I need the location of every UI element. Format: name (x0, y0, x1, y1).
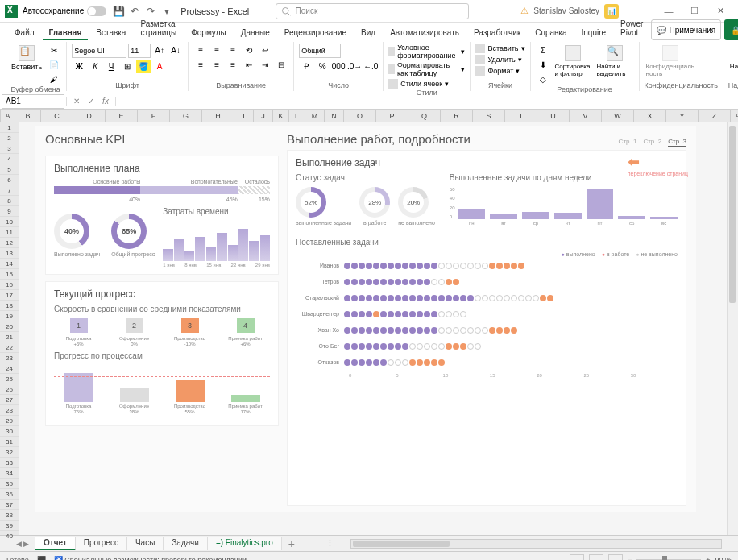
cut-icon[interactable]: ✂ (47, 44, 61, 56)
column-header[interactable]: A (1, 110, 15, 122)
column-header[interactable]: R (441, 110, 473, 122)
row-header[interactable]: 4 (0, 154, 19, 164)
percent-icon[interactable]: % (315, 60, 330, 73)
column-header[interactable]: I (234, 110, 254, 122)
row-header[interactable]: 30 (0, 426, 19, 437)
insert-cells-button[interactable]: Вставить ▾ (475, 44, 524, 53)
sheet-tab[interactable]: Задачи (164, 537, 208, 550)
font-select[interactable] (72, 44, 126, 58)
column-header[interactable]: F (138, 110, 170, 122)
sheet-nav[interactable]: ◀▶ (16, 540, 29, 548)
add-sheet-button[interactable]: + (282, 537, 301, 550)
zoom-in-button[interactable]: + (706, 556, 710, 561)
border-icon[interactable]: ⊞ (120, 60, 135, 73)
row-header[interactable]: 5 (0, 164, 19, 175)
align-top-icon[interactable]: ≡ (193, 44, 208, 56)
indent-right-icon[interactable]: ⇥ (258, 58, 272, 71)
column-header[interactable]: E (106, 110, 138, 122)
autosave-toggle[interactable]: Автосохранение (23, 6, 106, 16)
row-header[interactable]: 23 (0, 353, 19, 363)
indent-left-icon[interactable]: ⇤ (242, 58, 256, 71)
tab-powerpivot[interactable]: Power Pivot (614, 18, 649, 40)
italic-button[interactable]: К (88, 60, 102, 73)
paste-button[interactable]: 📋Вставить (10, 44, 44, 73)
comma-icon[interactable]: 000 (331, 60, 346, 73)
align-bottom-icon[interactable]: ≡ (226, 44, 240, 56)
increase-font-icon[interactable]: A↑ (152, 44, 167, 56)
macro-record-icon[interactable]: ⬛ (37, 556, 46, 561)
row-header[interactable]: 12 (0, 238, 19, 248)
tab-formulas[interactable]: Формулы (184, 27, 233, 40)
share-button[interactable]: 🔒 Общий доступ ▾ (724, 19, 738, 40)
column-header[interactable]: L (289, 110, 305, 122)
row-header[interactable]: 25 (0, 374, 19, 384)
row-header[interactable]: 2 (0, 133, 19, 143)
column-header[interactable]: AA (731, 110, 738, 122)
orientation-icon[interactable]: ⟲ (242, 44, 256, 56)
column-header[interactable]: U (537, 110, 570, 122)
row-header[interactable]: 18 (0, 301, 19, 311)
row-header[interactable]: 11 (0, 227, 19, 238)
row-header[interactable]: 34 (0, 468, 19, 479)
user-name[interactable]: Stanislav Salostey (533, 6, 599, 15)
toggle-icon[interactable] (87, 6, 106, 16)
row-header[interactable]: 20 (0, 321, 19, 332)
underline-button[interactable]: Ч (104, 60, 118, 73)
align-left-icon[interactable]: ≡ (193, 58, 208, 71)
tab-review[interactable]: Рецензирование (278, 27, 353, 40)
currency-icon[interactable]: ₽ (299, 60, 313, 73)
row-header[interactable]: 9 (0, 206, 19, 217)
column-header[interactable]: X (634, 110, 666, 122)
wrap-text-icon[interactable]: ↩ (258, 44, 272, 56)
tab-view[interactable]: Вид (354, 27, 382, 40)
column-header[interactable]: C (41, 110, 73, 122)
row-header[interactable]: 3 (0, 143, 19, 154)
maximize-button[interactable]: ☐ (682, 2, 707, 21)
row-header[interactable]: 39 (0, 521, 19, 531)
row-header[interactable]: 37 (0, 500, 19, 510)
row-header[interactable]: 19 (0, 311, 19, 321)
redo-icon[interactable]: ↷ (145, 6, 156, 17)
row-header[interactable]: 6 (0, 175, 19, 185)
tab-help[interactable]: Справка (529, 27, 573, 40)
tab-data[interactable]: Данные (234, 27, 276, 40)
column-header[interactable]: Q (408, 110, 441, 122)
clear-icon[interactable]: ◇ (536, 73, 550, 85)
column-header[interactable]: G (170, 110, 202, 122)
font-color-icon[interactable]: A (152, 60, 167, 73)
row-header[interactable]: 21 (0, 332, 19, 342)
fill-color-icon[interactable]: 🪣 (136, 60, 151, 73)
row-header[interactable]: 14 (0, 259, 19, 269)
column-header[interactable]: M (305, 110, 325, 122)
column-header[interactable]: Y (666, 110, 699, 122)
addins-button[interactable]: 🧩Надстройки (728, 44, 738, 72)
format-painter-icon[interactable]: 🖌 (47, 73, 61, 85)
dec-decimal-icon[interactable]: ←.0 (363, 60, 378, 73)
conditional-formatting-button[interactable]: Условное форматирование ▾ (388, 44, 465, 60)
row-header[interactable]: 36 (0, 489, 19, 500)
minimize-button[interactable]: — (656, 2, 682, 21)
column-header[interactable]: J (254, 110, 273, 122)
copy-icon[interactable]: 📄 (47, 58, 61, 71)
row-header[interactable]: 27 (0, 395, 19, 405)
close-button[interactable]: ✕ (707, 2, 733, 21)
find-select-button[interactable]: 🔍Найти и выделить (595, 44, 634, 79)
bold-button[interactable]: Ж (72, 60, 86, 73)
tab-developer[interactable]: Разработчик (467, 27, 527, 40)
worksheet-canvas[interactable]: Основные KPI Выполнение плана Основные р… (19, 122, 738, 535)
sheet-tab[interactable]: Часы (127, 537, 164, 550)
inc-decimal-icon[interactable]: .0→ (347, 60, 362, 73)
row-header[interactable]: 8 (0, 196, 19, 206)
align-middle-icon[interactable]: ≡ (209, 44, 224, 56)
tab-inquire[interactable]: Inquire (575, 27, 613, 40)
page-layout-view-button[interactable] (589, 554, 603, 561)
row-header[interactable]: 31 (0, 437, 19, 447)
column-header[interactable]: Z (699, 110, 731, 122)
search-input[interactable]: Поиск (276, 3, 469, 19)
decrease-font-icon[interactable]: A↓ (168, 44, 183, 56)
cancel-formula-icon[interactable]: ✕ (70, 97, 83, 106)
sensitivity-button[interactable]: Конфиденциаль ность (645, 44, 696, 79)
zoom-level[interactable]: 90 % (715, 556, 732, 561)
tab-home[interactable]: Главная (43, 27, 89, 40)
accessibility-status[interactable]: ♿ Специальные возможности: проверьте рек… (54, 556, 247, 561)
